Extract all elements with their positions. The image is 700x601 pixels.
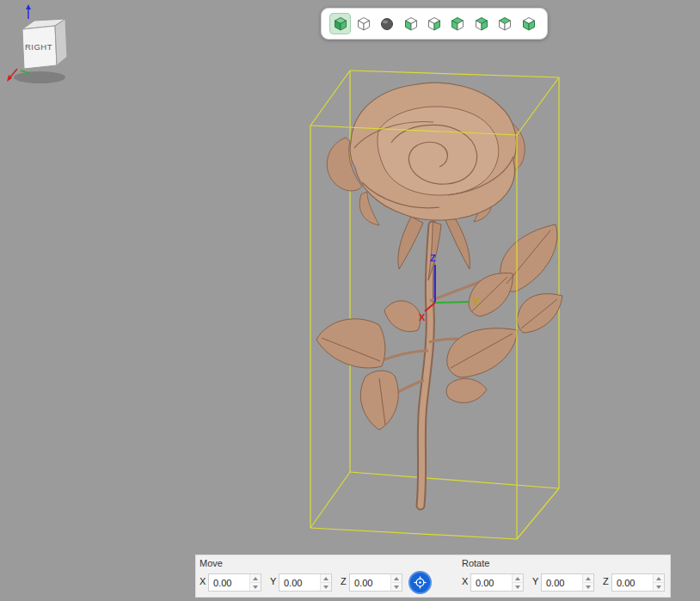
view-bottom-cube-icon (520, 15, 537, 33)
view-top-cube-icon (496, 15, 513, 33)
rotate-x-label: X (462, 576, 468, 586)
rotate-x-spinner[interactable] (512, 574, 523, 591)
view-top-button[interactable] (494, 13, 516, 34)
move-x-field-wrap (208, 573, 261, 592)
view-cube-face-label: RIGHT (25, 42, 52, 52)
view-cube[interactable]: RIGHT (3, 2, 77, 88)
axis-y-label: Y (473, 297, 480, 307)
rotate-x-field-wrap (470, 573, 524, 592)
target-icon (414, 576, 427, 589)
spin-up-icon[interactable] (654, 574, 664, 583)
move-label: Move (200, 558, 223, 568)
axis-x-label: X (419, 312, 426, 322)
axis-z-label: Z (430, 253, 436, 263)
view-toolbar (321, 8, 548, 40)
iso-shaded-view-button[interactable] (329, 13, 351, 34)
spin-up-icon[interactable] (583, 574, 593, 583)
center-origin-button[interactable] (408, 571, 432, 594)
rotate-z-field-wrap (611, 573, 665, 592)
wireframe-cube-icon (355, 15, 372, 33)
move-y-spinner[interactable] (320, 574, 331, 591)
spin-down-icon[interactable] (321, 583, 331, 591)
view-back-button[interactable] (424, 13, 445, 34)
spin-up-icon[interactable] (513, 574, 523, 583)
view-cube-shadow (14, 71, 65, 83)
move-x-label: X (200, 576, 206, 586)
view-left-cube-icon (449, 15, 466, 33)
sphere-icon (378, 15, 396, 33)
view-right-button[interactable] (470, 13, 492, 34)
move-y-label: Y (270, 576, 276, 586)
iso-shaded-cube-icon (332, 15, 349, 33)
move-x-spinner[interactable] (249, 574, 261, 591)
view-left-button[interactable] (447, 13, 469, 34)
view-back-cube-icon (426, 15, 443, 33)
rotate-y-label: Y (532, 576, 538, 586)
iso-wireframe-view-button[interactable] (353, 13, 374, 34)
spin-down-icon[interactable] (513, 583, 523, 591)
view-front-button[interactable] (400, 13, 421, 34)
view-front-cube-icon (402, 15, 420, 33)
move-z-field-wrap (349, 573, 402, 592)
transform-panel: Move Rotate X Y Z (195, 555, 671, 598)
spin-down-icon[interactable] (583, 583, 593, 591)
rotate-y-spinner[interactable] (582, 574, 593, 591)
spin-down-icon[interactable] (391, 583, 402, 591)
viewport-3d[interactable]: Z Y X (0, 0, 700, 601)
spin-up-icon[interactable] (321, 574, 331, 583)
spin-up-icon[interactable] (250, 574, 261, 583)
rotate-z-spinner[interactable] (653, 574, 664, 591)
spin-up-icon[interactable] (391, 574, 402, 583)
sphere-view-button[interactable] (377, 13, 398, 34)
view-right-cube-icon (473, 15, 490, 33)
rotate-label: Rotate (462, 558, 489, 568)
move-z-label: Z (341, 576, 347, 586)
rotate-y-field-wrap (541, 573, 594, 592)
spin-down-icon[interactable] (250, 583, 261, 591)
app-window: Z Y X RIGHT (0, 0, 700, 601)
move-z-spinner[interactable] (390, 574, 402, 591)
rose-model (316, 83, 562, 506)
move-y-field-wrap (279, 573, 332, 592)
spin-down-icon[interactable] (654, 583, 664, 591)
rotate-z-label: Z (603, 576, 609, 586)
view-bottom-button[interactable] (518, 13, 539, 34)
